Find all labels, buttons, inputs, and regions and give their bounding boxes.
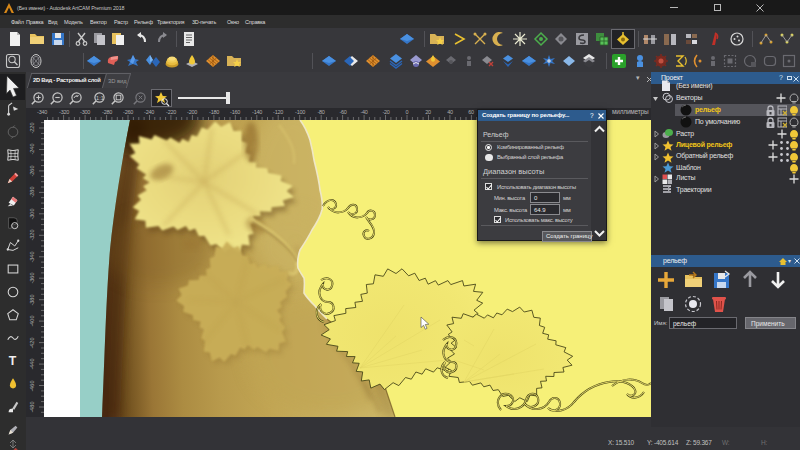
svg-text:-320: -320 (29, 229, 35, 240)
svg-text:-260: -260 (29, 165, 35, 176)
svg-text:T: T (9, 354, 17, 368)
svg-text:-280: -280 (29, 186, 35, 197)
svg-text:-380: -380 (29, 294, 35, 305)
svg-text:-300: -300 (29, 208, 35, 219)
svg-text:-480: -480 (29, 401, 35, 412)
svg-text:-360: -360 (29, 272, 35, 283)
svg-text:-340: -340 (29, 251, 35, 262)
svg-text:-220: -220 (29, 122, 35, 133)
svg-text:-440: -440 (29, 358, 35, 369)
svg-text:-240: -240 (29, 143, 35, 154)
svg-text:-400: -400 (29, 315, 35, 326)
svg-text:-460: -460 (29, 380, 35, 391)
svg-text:-420: -420 (29, 337, 35, 348)
